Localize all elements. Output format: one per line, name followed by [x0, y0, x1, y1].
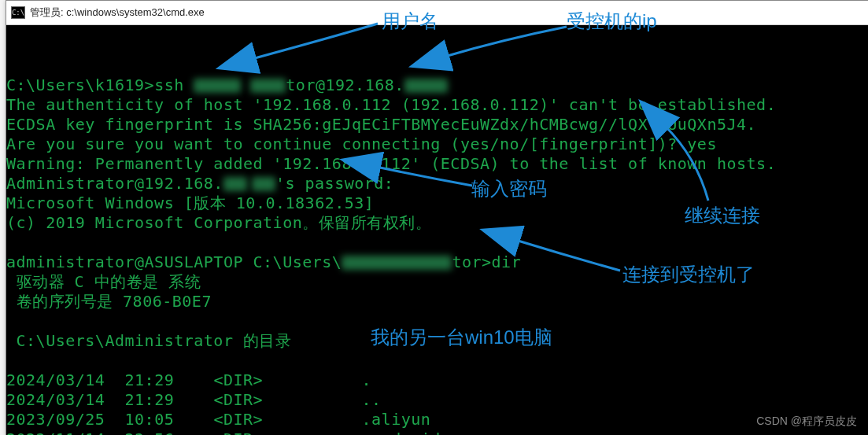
cmd-text: dir [492, 253, 522, 271]
terminal-area[interactable]: C:\Users\k1619>ssh tor@192.168. The auth… [6, 25, 868, 435]
term-line: C:\Users\Administrator 的目录 [6, 331, 291, 350]
term-line: ECDSA key fingerprint is SHA256:gEJqECiF… [6, 115, 756, 134]
term-line: The authenticity of host '192.168.0.112 … [6, 95, 776, 114]
term-line: 's password: [275, 174, 394, 193]
cmd-text: tor@192.168. [286, 76, 404, 94]
dir-row: 2023/11/14 23:56 <DIR> .android [6, 429, 441, 435]
cmd-icon: C:\ [11, 6, 25, 19]
cmd-window: C:\ 管理员: c:\windows\system32\cmd.exe C:\… [6, 0, 868, 435]
dir-row: 2024/03/14 21:29 <DIR> . [6, 370, 371, 389]
redact-ip [404, 79, 448, 93]
cmd-text: ssh [154, 76, 194, 94]
dir-row: 2023/09/25 10:05 <DIR> .aliyun [6, 410, 430, 429]
redact-path [342, 256, 452, 270]
redact-user [194, 79, 241, 93]
term-line: Microsoft Windows [版本 10.0.18362.53] [6, 194, 374, 212]
redact-user2 [250, 79, 286, 93]
watermark: CSDN @程序员皮皮 [756, 415, 857, 429]
term-line: 卷的序列号是 7806-B0E7 [6, 292, 212, 311]
prompt2b: tor> [452, 253, 491, 271]
prompt: C:\Users\k1619> [6, 76, 154, 94]
term-line: Administrator@192.168. [6, 174, 223, 193]
title-bar[interactable]: C:\ 管理员: c:\windows\system32\cmd.exe [6, 1, 868, 25]
term-line: 驱动器 C 中的卷是 系统 [6, 272, 201, 291]
dir-row: 2024/03/14 21:29 <DIR> .. [6, 390, 382, 409]
redact-ip2 [223, 177, 247, 191]
term-line: Are you sure you want to continue connec… [6, 135, 717, 153]
term-line: Warning: Permanently added '192.168.0.11… [6, 154, 776, 173]
prompt2: administrator@ASUSLAPTOP C:\Users\ [6, 253, 342, 271]
term-line: (c) 2019 Microsoft Corporation。保留所有权利。 [6, 213, 431, 232]
window-title: 管理员: c:\windows\system32\cmd.exe [30, 6, 205, 20]
blank-line [6, 56, 17, 75]
redact-ip3 [252, 177, 275, 191]
